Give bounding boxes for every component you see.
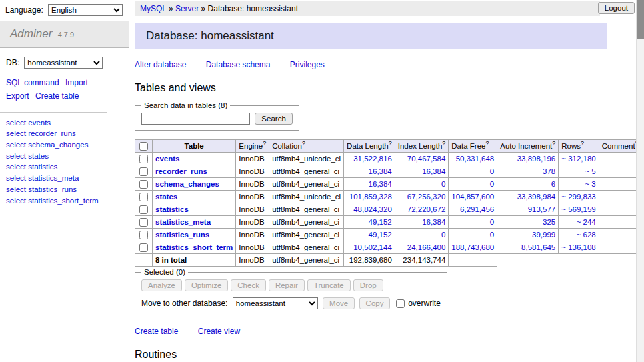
logout-button[interactable]: Logout (598, 2, 635, 14)
check-button[interactable]: Check (231, 279, 266, 291)
sidebar-select-states[interactable]: select states (6, 152, 123, 161)
cell-data_free-link[interactable]: 0 (490, 180, 494, 188)
cell-rows-link[interactable]: ~ 3 (585, 180, 595, 188)
help-icon[interactable]: ? (263, 140, 266, 147)
row-checkbox-recorder-runs[interactable] (139, 167, 148, 176)
sidebar-select-statistics-meta[interactable]: select statistics_meta (6, 174, 123, 183)
cell-auto_increment-link[interactable]: 325 (543, 218, 555, 226)
sidebar-select-events[interactable]: select events (6, 119, 123, 127)
cell-auto_increment-link[interactable]: 33,398,984 (517, 193, 556, 201)
cell-data_free-link[interactable]: 0 (490, 231, 494, 239)
copy-button[interactable]: Copy (359, 297, 391, 309)
help-icon[interactable]: ? (442, 140, 445, 147)
table-events[interactable]: events (155, 155, 179, 163)
action-database-schema[interactable]: Database schema (206, 60, 271, 69)
breadcrumb-server[interactable]: Server (175, 4, 199, 13)
table-schema-changes[interactable]: schema_changes (155, 180, 219, 188)
table-statistics-meta[interactable]: statistics_meta (155, 218, 211, 226)
table-statistics-runs[interactable]: statistics_runs (155, 231, 209, 239)
cell-rows-link[interactable]: ~ 628 (577, 231, 596, 239)
cell-data_free-link[interactable]: 0 (490, 167, 494, 175)
cell-data_length-link[interactable]: 101,859,328 (349, 193, 392, 201)
cell-rows-link[interactable]: ~ 136,108 (561, 243, 595, 251)
cell-rows-link[interactable]: ~ 5 (585, 167, 595, 175)
cell-data_length-link[interactable]: 48,824,320 (353, 205, 392, 213)
row-checkbox-statistics-runs[interactable] (139, 231, 148, 239)
cell-index_length-link[interactable]: 24,166,400 (407, 243, 446, 251)
db-select[interactable]: homeassistant (24, 57, 103, 69)
cell-data_length-link[interactable]: 31,522,816 (353, 155, 392, 163)
overwrite-checkbox[interactable] (396, 299, 405, 308)
cell-index_length-link[interactable]: 70,467,584 (407, 155, 446, 163)
sidebar-select-recorder-runs[interactable]: select recorder_runs (6, 129, 123, 138)
cell-index_length-link[interactable]: 0 (441, 180, 445, 188)
help-icon[interactable]: ? (552, 140, 555, 147)
cell-data_length-link[interactable]: 10,502,144 (353, 243, 392, 251)
row-checkbox-statistics-short-term[interactable] (139, 243, 148, 252)
sidebar-link-export[interactable]: Export (6, 91, 29, 101)
search-button[interactable]: Search (255, 113, 292, 125)
cell-rows-link[interactable]: ~ 312,180 (561, 155, 595, 163)
cell-data_free-link[interactable]: 6,291,456 (460, 205, 494, 213)
help-icon[interactable]: ? (302, 140, 305, 147)
cell-rows-link[interactable]: ~ 244 (577, 218, 596, 226)
cell-index_length-link[interactable]: 67,256,320 (407, 193, 446, 201)
sidebar-select-schema-changes[interactable]: select schema_changes (6, 141, 123, 149)
drop-button[interactable]: Drop (353, 279, 383, 291)
cell-auto_increment-link[interactable]: 8,581,645 (521, 243, 555, 251)
sidebar-select-statistics[interactable]: select statistics (6, 163, 123, 171)
optimize-button[interactable]: Optimize (185, 279, 228, 291)
cell-data_length-link[interactable]: 49,152 (369, 231, 392, 239)
row-checkbox-states[interactable] (139, 193, 148, 201)
create-create-view[interactable]: Create view (198, 327, 240, 336)
search-input[interactable] (141, 113, 250, 125)
select-all-checkbox[interactable] (139, 142, 148, 151)
help-icon[interactable]: ? (581, 140, 584, 147)
sidebar-link-create-table[interactable]: Create table (35, 91, 79, 101)
cell-data_free-link[interactable]: 188,743,680 (451, 243, 494, 251)
row-checkbox-events[interactable] (139, 155, 148, 163)
cell-data_length-link[interactable]: 49,152 (369, 218, 392, 226)
row-checkbox-statistics-meta[interactable] (139, 218, 148, 227)
cell-index_length-link[interactable]: 0 (441, 231, 445, 239)
sidebar-select-statistics-short-term[interactable]: select statistics_short_term (6, 197, 123, 205)
cell-data_length-link[interactable]: 16,384 (369, 167, 392, 175)
cell-index_length-link[interactable]: 16,384 (422, 218, 445, 226)
table-recorder-runs[interactable]: recorder_runs (155, 167, 207, 175)
row-checkbox-statistics[interactable] (139, 205, 148, 214)
sidebar-link-import[interactable]: Import (65, 78, 88, 87)
sidebar-select-statistics-runs[interactable]: select statistics_runs (6, 185, 123, 194)
table-statistics-short-term[interactable]: statistics_short_term (155, 243, 233, 251)
table-statistics[interactable]: statistics (155, 205, 189, 213)
cell-rows-link[interactable]: ~ 299,833 (561, 193, 595, 201)
scrollbar-thumb[interactable] (637, 0, 644, 39)
cell-index_length-link[interactable]: 72,220,672 (407, 205, 446, 213)
row-checkbox-schema-changes[interactable] (139, 180, 148, 189)
cell-data_free-link[interactable]: 0 (490, 218, 494, 226)
cell-data_length-link[interactable]: 16,384 (369, 180, 392, 188)
table-states[interactable]: states (155, 193, 177, 201)
cell-auto_increment-link[interactable]: 39,999 (532, 231, 555, 239)
move-button[interactable]: Move (323, 297, 355, 309)
analyze-button[interactable]: Analyze (141, 279, 182, 291)
cell-data_free-link[interactable]: 50,331,648 (456, 155, 495, 163)
scrollbar[interactable] (636, 0, 644, 362)
cell-rows-link[interactable]: ~ 569,159 (561, 205, 595, 213)
app-title[interactable]: Adminer (10, 27, 52, 40)
language-select[interactable]: English (48, 4, 123, 16)
help-icon[interactable]: ? (485, 140, 489, 147)
cell-auto_increment-link[interactable]: 913,577 (528, 205, 556, 213)
move-database-select[interactable]: homeassistant (233, 297, 318, 309)
sidebar-link-sql-command[interactable]: SQL command (6, 78, 59, 87)
cell-index_length-link[interactable]: 16,384 (422, 167, 445, 175)
cell-auto_increment-link[interactable]: 378 (543, 167, 555, 175)
repair-button[interactable]: Repair (269, 279, 305, 291)
cell-data_free-link[interactable]: 104,857,600 (451, 193, 494, 201)
help-icon[interactable]: ? (389, 140, 392, 147)
cell-auto_increment-link[interactable]: 6 (551, 180, 555, 188)
breadcrumb-mysql[interactable]: MySQL (140, 4, 167, 13)
truncate-button[interactable]: Truncate (307, 279, 351, 291)
action-alter-database[interactable]: Alter database (135, 60, 186, 69)
create-create-table[interactable]: Create table (135, 327, 178, 336)
action-privileges[interactable]: Privileges (290, 60, 325, 69)
